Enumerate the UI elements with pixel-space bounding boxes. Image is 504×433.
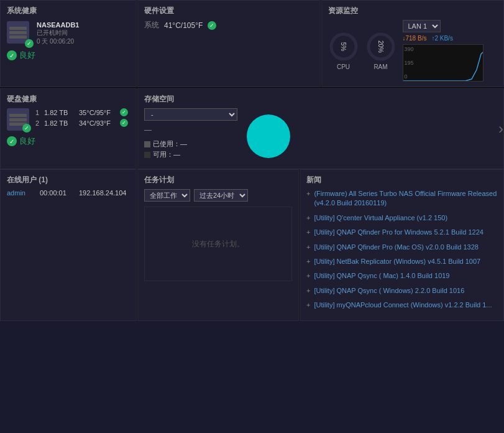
hardware-title: 硬件设置	[144, 6, 314, 16]
lan-upload: ↑2 KB/s	[431, 35, 452, 42]
news-plus: +	[306, 286, 310, 296]
disk-size-1: 1.82 TB	[44, 109, 75, 116]
disk-temp-1: 35°C/95°F	[79, 109, 116, 116]
storage-body: - — 已使用：— 可用：—	[144, 108, 497, 161]
lan-select[interactable]: LAN 1	[403, 20, 441, 32]
device-details: NASEAADB1 已开机时间 0 天 00:06:20	[37, 21, 79, 46]
news-panel: 新闻 + (Firmware) All Series Turbo NAS Off…	[300, 169, 504, 321]
news-item: + [Utility] QNAP Qfinder Pro for Windows…	[306, 228, 497, 237]
disk-ok-1: ✓	[120, 108, 128, 116]
lan-select-wrap: LAN 1	[403, 20, 498, 32]
disk-health-title: 硬盘健康	[7, 94, 130, 105]
disk-ok-2: ✓	[120, 119, 128, 127]
disk-status-icon: ✓	[7, 136, 17, 146]
graph-labels: 390 195 0	[403, 45, 415, 81]
storage-left: - — 已使用：— 可用：—	[144, 108, 237, 161]
net-graph-svg	[403, 45, 483, 81]
storage-circle-wrap	[244, 114, 293, 158]
disk-check-badge: ✓	[22, 124, 31, 133]
hw-system-label: 系统	[144, 20, 159, 30]
online-users-title: 在线用户 (1)	[7, 175, 130, 185]
tasks-panel: 任务计划 全部工作 过去24小时 没有任务计划。	[137, 169, 299, 321]
drive-slot-2	[9, 31, 27, 34]
storage-next-arrow[interactable]: ›	[498, 120, 503, 137]
news-item: + (Firmware) All Series Turbo NAS Offici…	[306, 189, 497, 208]
drive-slot-1	[9, 27, 27, 30]
disk-num-2: 2	[34, 119, 40, 127]
news-item: + [Utility] QNAP Qfinder Pro (Mac OS) v2…	[306, 243, 497, 252]
news-link[interactable]: [Utility] Q'center Virtual Appliance (v1…	[314, 213, 447, 223]
news-plus: +	[306, 189, 310, 208]
drive-slot-3	[9, 35, 27, 39]
ram-donut-wrap: 20% RAM	[365, 31, 396, 70]
news-link[interactable]: (Firmware) All Series Turbo NAS Official…	[314, 189, 497, 208]
news-item: + [Utility] NetBak Replicator (Windows) …	[306, 257, 497, 266]
news-plus: +	[306, 243, 310, 252]
disk-row-1: 1 1.82 TB 35°C/95°F ✓	[34, 108, 128, 116]
legend-used-box	[144, 141, 150, 147]
news-plus: +	[306, 271, 310, 281]
ram-value-text: 20%	[377, 40, 384, 53]
legend-used: 已使用：—	[144, 139, 237, 149]
user-time-1: 00:00:01	[40, 189, 74, 197]
disk-icon-area: ✓ 1 1.82 TB 35°C/95°F ✓ 2 1.82 TB 34°C/9…	[7, 108, 130, 131]
device-icon-wrap: ✓	[7, 21, 32, 46]
news-item: + [Utility] QNAP Qsync ( Mac) 1.4.0 Buil…	[306, 271, 497, 281]
bottom-row: 在线用户 (1) admin 00:00:01 192.168.24.104 任…	[0, 169, 504, 321]
legend-available-box	[144, 152, 150, 158]
disk-nas-icon-wrap: ✓	[7, 108, 29, 131]
task-filter-type[interactable]: 全部工作	[144, 189, 190, 202]
storage-select[interactable]: -	[144, 108, 237, 121]
storage-dash: —	[144, 126, 237, 134]
device-name: NASEAADB1	[37, 21, 79, 29]
graph-y-max: 390	[405, 46, 414, 52]
news-link[interactable]: [Utility] QNAP Qfinder Pro for Windows 5…	[314, 228, 483, 237]
news-link[interactable]: [Utility] NetBak Replicator (Windows) v4…	[314, 257, 480, 266]
system-health-panel: 系统健康 ✓ NASEAADB1 已开机时间 0 天 00:06:20 ✓ 良好	[0, 0, 137, 87]
system-health-title: 系统健康	[7, 6, 130, 16]
legend-available: 可用：—	[144, 150, 237, 159]
storage-title: 存储空间	[144, 94, 497, 105]
news-link[interactable]: [Utility] myQNAPcloud Connect (Windows) …	[314, 300, 492, 310]
ram-donut: 20%	[365, 31, 396, 62]
legend-available-label: 可用：—	[153, 150, 180, 159]
cpu-donut: 5%	[328, 31, 359, 62]
storage-panel: 存储空间 - — 已使用：— 可用：— ›	[137, 88, 504, 169]
news-item: + [Utility] myQNAPcloud Connect (Windows…	[306, 300, 497, 310]
disk-temp-2: 34°C/93°F	[79, 119, 116, 127]
storage-circle	[247, 114, 290, 158]
lan-stats: ↓718 B/s ↑2 KB/s	[403, 35, 498, 42]
disk-num-1: 1	[34, 109, 40, 116]
ram-label: RAM	[373, 63, 387, 70]
uptime-value: 0 天 00:06:20	[37, 37, 79, 46]
device-info: ✓ NASEAADB1 已开机时间 0 天 00:06:20	[7, 21, 130, 46]
device-check-badge: ✓	[25, 39, 34, 48]
disk-slot-1	[9, 114, 27, 117]
hw-temp-row: 系统 41°C/105°F ✓	[144, 20, 314, 30]
news-title: 新闻	[306, 175, 497, 185]
system-status-good: ✓ 良好	[7, 50, 130, 61]
hw-temp-value: 41°C/105°F	[164, 21, 203, 30]
news-plus: +	[306, 228, 310, 237]
resource-title: 资源监控	[328, 6, 498, 16]
legend-used-label: 已使用：—	[153, 139, 187, 149]
user-row-1: admin 00:00:01 192.168.24.104	[7, 189, 130, 197]
online-users-panel: 在线用户 (1) admin 00:00:01 192.168.24.104	[0, 169, 137, 321]
tasks-title: 任务计划	[144, 175, 292, 185]
user-name-1: admin	[7, 189, 35, 197]
task-filters: 全部工作 过去24小时	[144, 189, 292, 202]
hardware-panel: 硬件设置 系统 41°C/105°F ✓	[137, 0, 321, 87]
uptime-label: 已开机时间	[37, 29, 79, 37]
news-link[interactable]: [Utility] QNAP Qsync ( Windows) 2.2.0 Bu…	[314, 286, 464, 296]
graph-y-zero: 0	[405, 73, 414, 80]
disk-row-2: 2 1.82 TB 34°C/93°F ✓	[34, 119, 128, 127]
task-empty-message: 没有任务计划。	[144, 207, 292, 281]
news-link[interactable]: [Utility] QNAP Qfinder Pro (Mac OS) v2.0…	[314, 243, 479, 252]
lan-download: ↓718 B/s	[403, 35, 427, 42]
system-status-label: 良好	[19, 50, 35, 61]
news-item: + [Utility] Q'center Virtual Appliance (…	[306, 213, 497, 223]
news-plus: +	[306, 300, 310, 310]
graph-y-mid: 195	[405, 60, 414, 66]
news-link[interactable]: [Utility] QNAP Qsync ( Mac) 1.4.0 Build …	[314, 271, 449, 281]
task-filter-time[interactable]: 过去24小时	[194, 189, 248, 202]
